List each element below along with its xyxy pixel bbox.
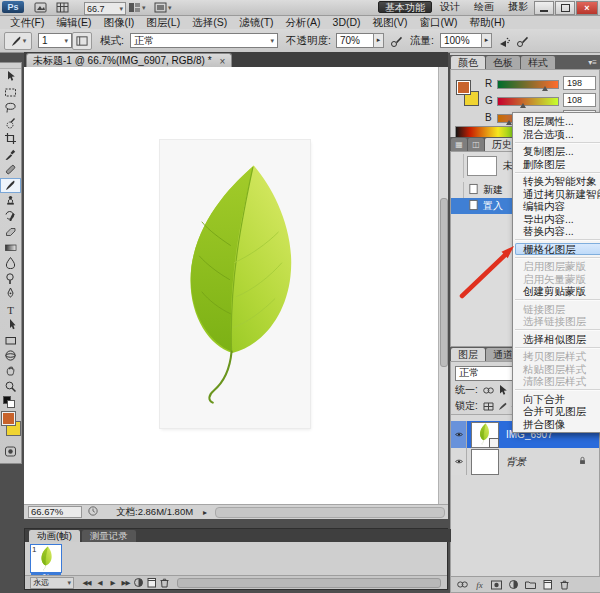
tool-lasso[interactable] xyxy=(0,100,21,116)
menubar-item[interactable]: 窗口(W) xyxy=(414,16,464,29)
arrange-documents-icon[interactable]: ▾ xyxy=(128,2,146,13)
first-frame-button[interactable]: ◀◀ xyxy=(80,577,93,588)
tool-eraser[interactable] xyxy=(0,224,21,240)
tool-rectangle[interactable] xyxy=(0,333,21,349)
unify-link-icon[interactable] xyxy=(482,384,496,397)
context-menu-item-29[interactable]: 拼合图像 xyxy=(513,418,600,431)
context-menu-item-9[interactable]: 导出内容... xyxy=(513,213,600,226)
play-button[interactable]: ▶ xyxy=(106,577,119,588)
tool-preset-picker[interactable]: ▾ xyxy=(4,32,32,50)
opacity-spinner[interactable]: ▸ xyxy=(373,33,384,48)
channel-slider[interactable] xyxy=(497,80,559,89)
menubar-item[interactable]: 选择(S) xyxy=(186,16,233,29)
visibility-toggle[interactable] xyxy=(451,448,467,475)
status-zoom-field[interactable]: 66.67% xyxy=(28,506,82,518)
tool-pen[interactable] xyxy=(0,286,21,302)
view-extras-icon[interactable] xyxy=(56,2,69,13)
tool-clone-stamp[interactable] xyxy=(0,193,21,209)
vertical-scroll-thumb[interactable] xyxy=(440,198,448,366)
next-frame-button[interactable]: ▶▶ xyxy=(119,577,132,588)
ps-logo-icon[interactable]: Ps xyxy=(2,1,24,13)
menubar-item[interactable]: 图层(L) xyxy=(140,16,186,29)
context-menu-item-12[interactable]: 栅格化图层 xyxy=(515,243,600,256)
panel-foreground-swatch[interactable] xyxy=(456,80,471,95)
zoom-level-control[interactable]: 66.7 ▾ xyxy=(84,2,126,15)
document-tab[interactable]: 未标题-1 @ 66.7%(IMG_6907, RGB/8) * × xyxy=(26,53,232,68)
previous-frame-button[interactable]: ◀ xyxy=(93,577,106,588)
tab-layers-0[interactable]: 图层 xyxy=(451,348,485,361)
context-menu-item-6[interactable]: 转换为智能对象 xyxy=(513,175,600,188)
workspace-button[interactable]: 基本功能 xyxy=(378,1,432,13)
context-menu-item-3[interactable]: 复制图层... xyxy=(513,145,600,158)
context-menu-item-21[interactable]: 选择相似图层 xyxy=(513,333,600,346)
new-layer-icon[interactable] xyxy=(540,578,555,591)
context-menu-item-28[interactable]: 合并可见图层 xyxy=(513,405,600,418)
default-colors-icon[interactable] xyxy=(0,395,21,407)
status-menu-arrow-icon[interactable]: ▸ xyxy=(203,508,207,517)
layer-thumbnail[interactable] xyxy=(471,422,499,448)
fx-icon[interactable]: fx xyxy=(472,578,487,591)
slider-thumb[interactable] xyxy=(506,120,512,125)
slider-thumb[interactable] xyxy=(542,86,548,91)
tool-gradient[interactable] xyxy=(0,240,21,256)
airbrush-icon[interactable] xyxy=(494,32,514,50)
lock-transparency-icon[interactable] xyxy=(482,400,496,413)
layer-thumbnail[interactable] xyxy=(471,449,499,475)
channel-slider[interactable] xyxy=(497,97,559,106)
tool-history-brush[interactable] xyxy=(0,209,21,225)
delete-frame-button[interactable] xyxy=(158,577,171,588)
link-icon[interactable] xyxy=(455,578,470,591)
tool-zoom[interactable] xyxy=(0,379,21,395)
visibility-toggle[interactable] xyxy=(451,421,467,448)
context-menu-item-4[interactable]: 删除图层 xyxy=(513,158,600,171)
context-menu-item-27[interactable]: 向下合并 xyxy=(513,393,600,406)
mode-select[interactable]: 正常 ▾ xyxy=(130,33,278,48)
pen-pressure-icon[interactable] xyxy=(512,32,532,50)
history-brush-source-column[interactable] xyxy=(451,154,464,178)
tool-crop[interactable] xyxy=(0,131,21,147)
toggle-brush-panel-icon[interactable] xyxy=(72,32,92,50)
slider-thumb[interactable] xyxy=(520,103,526,108)
folder-icon[interactable] xyxy=(523,578,538,591)
minimize-button[interactable] xyxy=(534,1,554,15)
menubar-item[interactable]: 帮助(H) xyxy=(464,16,512,29)
lock-pixels-icon[interactable] xyxy=(496,400,510,413)
opacity-field[interactable]: 70% xyxy=(336,33,374,48)
menubar-item[interactable]: 视图(V) xyxy=(367,16,414,29)
tab-measurement-log[interactable]: 测量记录 xyxy=(82,530,136,542)
tool-quick-selection[interactable] xyxy=(0,116,21,132)
tab-animation-frames[interactable]: 动画(帧) xyxy=(29,530,80,542)
close-button[interactable]: × xyxy=(576,1,598,15)
layer-row[interactable]: 背景 xyxy=(451,448,599,475)
duplicate-frame-button[interactable] xyxy=(145,577,158,588)
context-menu-item-0[interactable]: 图层属性... xyxy=(513,115,600,128)
tab-color-0[interactable]: 颜色 xyxy=(451,56,485,69)
context-menu-item-8[interactable]: 编辑内容 xyxy=(513,200,600,213)
status-info-icon[interactable] xyxy=(88,506,98,518)
snapshot-thumbnail[interactable] xyxy=(467,156,497,176)
workspace-button[interactable]: 设计 xyxy=(434,1,466,13)
menubar-item[interactable]: 编辑(E) xyxy=(50,16,97,29)
tool-eyedropper[interactable] xyxy=(0,147,21,163)
tool-rectangular-marquee[interactable] xyxy=(0,85,21,101)
channel-value-field[interactable]: 198 xyxy=(563,76,596,90)
tab-close-icon[interactable]: × xyxy=(220,56,226,67)
tween-button[interactable] xyxy=(132,577,145,588)
menubar-item[interactable]: 滤镜(T) xyxy=(233,16,279,29)
brush-size-picker[interactable]: 1 ▾ xyxy=(38,33,72,48)
unify-move-icon[interactable] xyxy=(496,384,510,397)
vertical-scrollbar[interactable] xyxy=(438,67,448,505)
flow-field[interactable]: 100% xyxy=(440,33,482,48)
context-menu-item-1[interactable]: 混合选项... xyxy=(513,128,600,141)
tool-hand[interactable] xyxy=(0,364,21,380)
trash-icon[interactable] xyxy=(557,578,572,591)
tool-path-selection[interactable] xyxy=(0,317,21,333)
collapsed-panel-tab-icon[interactable]: ◫ xyxy=(468,138,484,151)
tool-move[interactable] xyxy=(0,69,21,85)
menubar-item[interactable]: 分析(A) xyxy=(280,16,327,29)
screen-mode-icon[interactable]: ▾ xyxy=(154,2,172,13)
context-menu-item-16[interactable]: 创建剪贴蒙版 xyxy=(513,285,600,298)
animation-scrollbar[interactable] xyxy=(177,578,441,588)
workspace-button[interactable]: 摄影 xyxy=(502,1,534,13)
tool-brush[interactable] xyxy=(0,178,21,194)
